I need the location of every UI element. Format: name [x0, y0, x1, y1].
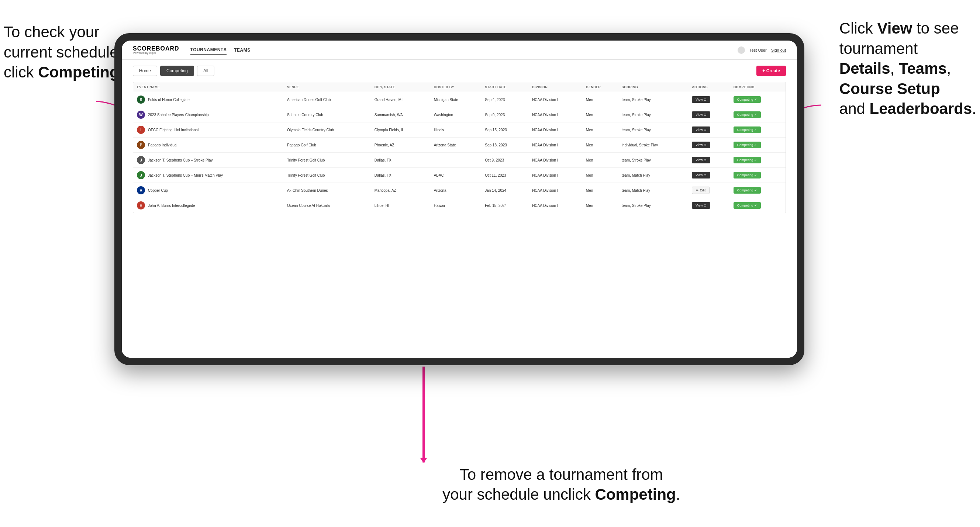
- tab-competing[interactable]: Competing: [160, 66, 194, 76]
- edit-button[interactable]: ✏ Edit: [692, 187, 710, 194]
- city-cell: Lihue, HI: [371, 198, 430, 213]
- competing-button[interactable]: Competing ✓: [733, 141, 761, 148]
- action-cell[interactable]: View ⊙: [688, 138, 729, 153]
- city-cell: Sammamish, WA: [371, 107, 430, 122]
- action-cell[interactable]: View ⊙: [688, 92, 729, 107]
- view-button[interactable]: View ⊙: [692, 127, 710, 133]
- city-cell: Grand Haven, MI: [371, 92, 430, 107]
- event-name: 2023 Sahalee Players Championship: [148, 113, 209, 117]
- gender-cell: Men: [582, 168, 618, 183]
- team-logo: H: [137, 202, 145, 210]
- table-row: W 2023 Sahalee Players Championship Saha…: [133, 107, 786, 122]
- hosted-by-cell: Arizona: [430, 183, 482, 198]
- annotation-top-right: Click View to seetournamentDetails, Team…: [839, 18, 976, 119]
- action-cell[interactable]: View ⊙: [688, 122, 729, 138]
- app-header: SCOREBOARD Powered by clippi TOURNAMENTS…: [122, 41, 797, 60]
- event-name: Copper Cup: [148, 188, 168, 193]
- header-right: Test User Sign out: [738, 46, 786, 54]
- team-logo: I: [137, 126, 145, 134]
- create-button[interactable]: + Create: [756, 66, 786, 76]
- start-date-cell: Sep 15, 2023: [481, 122, 528, 138]
- logo-title: SCOREBOARD: [133, 46, 179, 52]
- competing-cell[interactable]: Competing ✓: [730, 198, 786, 213]
- gender-cell: Men: [582, 198, 618, 213]
- logo-subtitle: Powered by clippi: [133, 52, 179, 55]
- col-actions: ACTIONS: [688, 82, 729, 92]
- table-row: P Papago Individual Papago Golf ClubPhoe…: [133, 138, 786, 153]
- col-start-date: START DATE: [481, 82, 528, 92]
- city-cell: Phoenix, AZ: [371, 138, 430, 153]
- view-button[interactable]: View ⊙: [692, 202, 710, 209]
- filter-tabs: Home Competing All + Create: [133, 66, 786, 76]
- venue-cell: Papago Golf Club: [283, 138, 371, 153]
- annotation-tr-text: Click View to seetournamentDetails, Team…: [839, 19, 976, 117]
- scoring-cell: team, Stroke Play: [618, 153, 688, 168]
- competing-cell[interactable]: Competing ✓: [730, 92, 786, 107]
- view-button[interactable]: View ⊙: [692, 157, 710, 163]
- competing-button[interactable]: Competing ✓: [733, 172, 761, 178]
- start-date-cell: Sep 4, 2023: [481, 92, 528, 107]
- competing-button[interactable]: Competing ✓: [733, 157, 761, 163]
- competing-cell[interactable]: Competing ✓: [730, 168, 786, 183]
- action-cell[interactable]: View ⊙: [688, 107, 729, 122]
- tab-home[interactable]: Home: [133, 66, 157, 76]
- nav-items: TOURNAMENTS TEAMS: [190, 46, 251, 55]
- hosted-by-cell: Washington: [430, 107, 482, 122]
- team-logo: J: [137, 156, 145, 164]
- tablet-screen: SCOREBOARD Powered by clippi TOURNAMENTS…: [122, 41, 797, 358]
- event-name: John A. Burns Intercollegiate: [148, 203, 195, 208]
- view-button[interactable]: View ⊙: [692, 172, 710, 178]
- tournaments-table-container: EVENT NAME VENUE CITY, STATE HOSTED BY S…: [133, 82, 786, 213]
- action-cell[interactable]: ✏ Edit: [688, 183, 729, 198]
- gender-cell: Men: [582, 92, 618, 107]
- nav-item-tournaments[interactable]: TOURNAMENTS: [190, 46, 227, 55]
- event-name: Papago Individual: [148, 143, 178, 148]
- competing-button[interactable]: Competing ✓: [733, 111, 761, 118]
- division-cell: NCAA Division I: [528, 183, 582, 198]
- view-button[interactable]: View ⊙: [692, 96, 710, 103]
- venue-cell: Trinity Forest Golf Club: [283, 168, 371, 183]
- view-button[interactable]: View ⊙: [692, 111, 710, 118]
- competing-button[interactable]: Competing ✓: [733, 96, 761, 103]
- team-logo: P: [137, 141, 145, 149]
- action-cell[interactable]: View ⊙: [688, 153, 729, 168]
- tab-all[interactable]: All: [197, 66, 215, 76]
- competing-button[interactable]: Competing ✓: [733, 202, 761, 209]
- nav-item-teams[interactable]: TEAMS: [234, 46, 251, 54]
- sign-out-link[interactable]: Sign out: [771, 48, 786, 52]
- view-button[interactable]: View ⊙: [692, 141, 710, 148]
- competing-cell[interactable]: Competing ✓: [730, 183, 786, 198]
- competing-cell[interactable]: Competing ✓: [730, 153, 786, 168]
- table-row: J Jackson T. Stephens Cup – Stroke Play …: [133, 153, 786, 168]
- competing-cell[interactable]: Competing ✓: [730, 122, 786, 138]
- table-row: A Copper Cup Ak-Chin Southern DunesMaric…: [133, 183, 786, 198]
- event-name: OFCC Fighting Illini Invitational: [148, 128, 199, 132]
- competing-button[interactable]: Competing ✓: [733, 187, 761, 194]
- scoring-cell: team, Match Play: [618, 168, 688, 183]
- venue-cell: American Dunes Golf Club: [283, 92, 371, 107]
- table-header-row: EVENT NAME VENUE CITY, STATE HOSTED BY S…: [133, 82, 786, 92]
- scoring-cell: team, Stroke Play: [618, 107, 688, 122]
- col-hosted-by: HOSTED BY: [430, 82, 482, 92]
- col-city-state: CITY, STATE: [371, 82, 430, 92]
- scoring-cell: team, Stroke Play: [618, 198, 688, 213]
- competing-button[interactable]: Competing ✓: [733, 127, 761, 133]
- action-cell[interactable]: View ⊙: [688, 198, 729, 213]
- division-cell: NCAA Division I: [528, 153, 582, 168]
- city-cell: Maricopa, AZ: [371, 183, 430, 198]
- start-date-cell: Oct 9, 2023: [481, 153, 528, 168]
- event-name-cell: P Papago Individual: [133, 138, 283, 153]
- division-cell: NCAA Division I: [528, 198, 582, 213]
- competing-cell[interactable]: Competing ✓: [730, 138, 786, 153]
- col-division: DIVISION: [528, 82, 582, 92]
- division-cell: NCAA Division I: [528, 168, 582, 183]
- scoring-cell: team, Match Play: [618, 183, 688, 198]
- venue-cell: Olympia Fields Country Club: [283, 122, 371, 138]
- city-cell: Dallas, TX: [371, 168, 430, 183]
- hosted-by-cell: Hawaii: [430, 198, 482, 213]
- col-scoring: SCORING: [618, 82, 688, 92]
- competing-cell[interactable]: Competing ✓: [730, 107, 786, 122]
- scoring-cell: team, Stroke Play: [618, 122, 688, 138]
- start-date-cell: Feb 15, 2024: [481, 198, 528, 213]
- action-cell[interactable]: View ⊙: [688, 168, 729, 183]
